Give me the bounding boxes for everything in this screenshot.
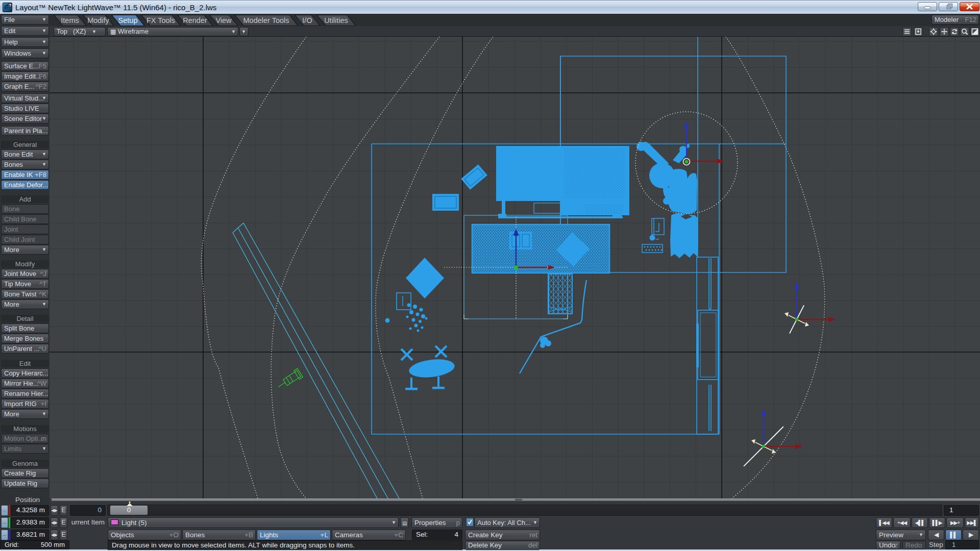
svg-text:FX Tools: FX Tools (146, 16, 175, 24)
svg-text:Modify: Modify (87, 16, 109, 24)
svg-text:I/O: I/O (302, 16, 312, 24)
svg-text:Items: Items (61, 16, 79, 24)
svg-text:Utilities: Utilities (324, 16, 348, 24)
svg-text:Setup: Setup (118, 16, 138, 24)
svg-text:Modeler Tools: Modeler Tools (243, 16, 289, 24)
svg-text:View: View (215, 16, 232, 24)
svg-text:Render: Render (183, 16, 207, 24)
